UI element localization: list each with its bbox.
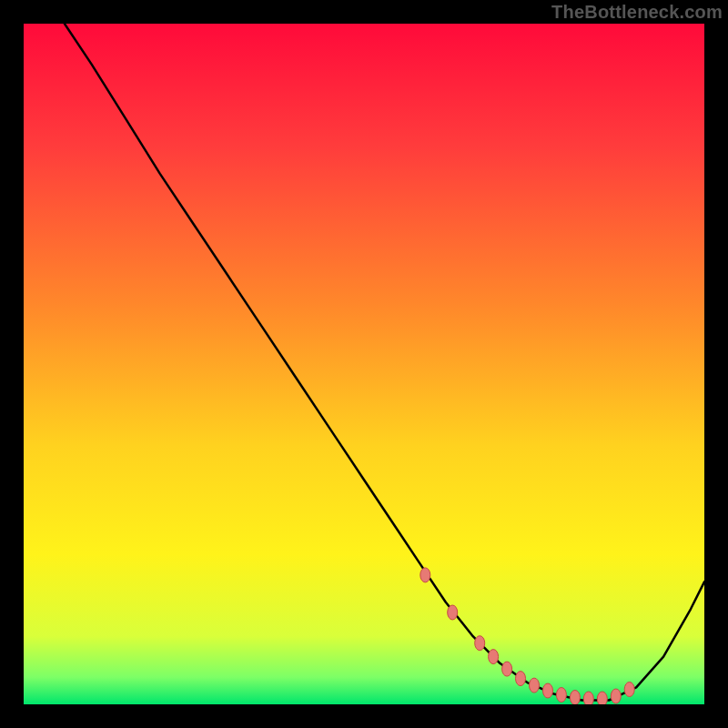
gpu-marker xyxy=(611,689,621,703)
frame: TheBottleneck.com xyxy=(0,0,728,728)
gpu-marker xyxy=(502,662,512,676)
gpu-marker xyxy=(624,682,634,697)
gpu-marker xyxy=(543,683,553,698)
gpu-marker xyxy=(530,678,540,693)
plot xyxy=(24,24,704,704)
gradient-bg xyxy=(24,24,704,704)
gpu-marker xyxy=(556,688,566,703)
gpu-marker xyxy=(448,605,458,620)
gpu-marker xyxy=(489,650,499,664)
svg-plot xyxy=(24,24,704,704)
gpu-marker xyxy=(570,691,580,705)
gpu-marker xyxy=(597,692,607,704)
gpu-marker xyxy=(475,636,485,651)
watermark: TheBottleneck.com xyxy=(0,0,728,23)
gpu-marker xyxy=(420,568,430,582)
gpu-marker xyxy=(516,672,526,686)
gpu-marker xyxy=(583,692,593,704)
